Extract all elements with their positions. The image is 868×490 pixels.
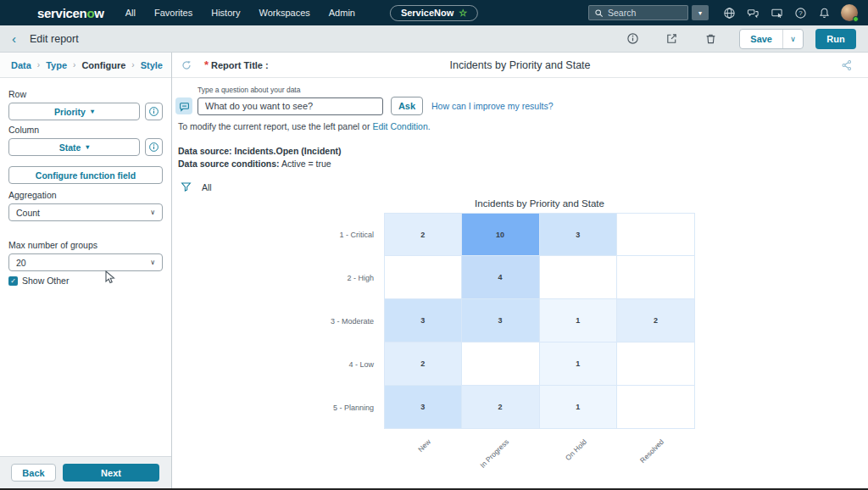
servicenow-logo[interactable]: servicenow bbox=[37, 6, 104, 20]
nav-item-admin[interactable]: Admin bbox=[329, 8, 355, 18]
max-groups-select[interactable]: 20∨ bbox=[8, 253, 163, 271]
search-input[interactable] bbox=[608, 8, 676, 18]
nav-item-all[interactable]: All bbox=[125, 8, 136, 18]
heatmap-cell[interactable] bbox=[617, 256, 695, 299]
heatmap-cell[interactable]: 10 bbox=[462, 213, 540, 256]
heatmap-cell[interactable]: 2 bbox=[384, 342, 462, 386]
nav-item-favorites[interactable]: Favorites bbox=[154, 8, 192, 18]
heatmap-cell[interactable] bbox=[617, 386, 695, 429]
aggregation-label: Aggregation bbox=[8, 190, 163, 200]
back-chevron-icon[interactable]: ‹ bbox=[12, 31, 16, 46]
nav-item-workspaces[interactable]: Workspaces bbox=[259, 8, 309, 18]
save-button[interactable]: Save bbox=[740, 30, 782, 48]
report-title-bar: * Report Title : Incidents by Priority a… bbox=[172, 53, 868, 78]
row-field-dropdown[interactable]: Priority▾ bbox=[8, 103, 140, 120]
screen-share-icon[interactable] bbox=[766, 3, 787, 23]
tab-style[interactable]: Style bbox=[141, 60, 163, 70]
chevron-down-icon: ∨ bbox=[790, 35, 796, 43]
breadcrumb: Data › Type › Configure › Style bbox=[0, 53, 171, 78]
chart-title: Incidents by Priority and State bbox=[384, 198, 695, 209]
heatmap-col-label: New bbox=[416, 437, 432, 454]
heatmap-chart: Incidents by Priority and State 1 - Crit… bbox=[287, 198, 695, 465]
show-other-checkbox[interactable]: ✓ bbox=[8, 276, 18, 286]
chevron-down-icon: ∨ bbox=[150, 259, 155, 266]
instance-pill[interactable]: ServiceNow ☆ bbox=[390, 5, 478, 21]
back-button[interactable]: Back bbox=[11, 464, 56, 482]
export-icon[interactable] bbox=[661, 29, 682, 49]
check-icon: ✓ bbox=[10, 277, 16, 285]
heatmap-col-label: In Progress bbox=[478, 437, 510, 470]
sidebar-footer: Back Next bbox=[0, 456, 171, 488]
column-field-value: State bbox=[59, 142, 81, 153]
next-button[interactable]: Next bbox=[63, 464, 159, 482]
filter-funnel-icon[interactable] bbox=[181, 181, 192, 192]
improve-results-link[interactable]: How can I improve my results? bbox=[431, 101, 554, 111]
page-title: Edit report bbox=[30, 33, 79, 45]
heatmap-cell[interactable] bbox=[540, 256, 618, 299]
info-icon[interactable] bbox=[622, 29, 643, 49]
nav-item-history[interactable]: History bbox=[211, 8, 240, 18]
aggregation-select[interactable]: Count∨ bbox=[8, 203, 163, 221]
aggregation-value: Count bbox=[16, 208, 40, 218]
report-title-value[interactable]: Incidents by Priority and State bbox=[449, 59, 590, 71]
refresh-icon[interactable] bbox=[181, 59, 192, 71]
caret-down-icon: ▾ bbox=[86, 143, 89, 151]
heatmap-cell[interactable]: 1 bbox=[540, 342, 618, 386]
top-nav: servicenow All Favorites History Workspa… bbox=[0, 0, 868, 25]
heatmap-cell[interactable] bbox=[384, 256, 462, 299]
heatmap-cell[interactable] bbox=[617, 213, 695, 256]
share-icon[interactable] bbox=[841, 59, 853, 71]
heatmap-cell[interactable]: 3 bbox=[384, 386, 462, 429]
column-field-dropdown[interactable]: State▾ bbox=[8, 138, 140, 156]
max-groups-value: 20 bbox=[16, 258, 26, 268]
row-label: Row bbox=[8, 89, 163, 99]
run-button[interactable]: Run bbox=[815, 29, 856, 49]
tab-type[interactable]: Type bbox=[46, 60, 67, 70]
avatar[interactable] bbox=[841, 4, 858, 21]
heatmap-cell[interactable]: 1 bbox=[540, 386, 618, 429]
row-info-button[interactable] bbox=[145, 103, 163, 120]
heatmap-row-label: 5 - Planning bbox=[287, 386, 384, 429]
heatmap-cell[interactable] bbox=[462, 342, 540, 386]
configure-function-field-button[interactable]: Configure function field bbox=[8, 166, 163, 184]
save-split-button: Save ∨ bbox=[739, 29, 804, 49]
chat-icon[interactable] bbox=[743, 3, 763, 23]
modify-hint: To modify the current report, use the le… bbox=[178, 121, 868, 131]
heatmap-cell[interactable]: 2 bbox=[462, 386, 540, 429]
search-icon bbox=[594, 8, 604, 18]
heatmap-cell[interactable]: 4 bbox=[462, 256, 540, 299]
datasource-label: Data source: bbox=[178, 146, 232, 156]
heatmap-cell[interactable]: 1 bbox=[540, 299, 618, 342]
bell-icon[interactable] bbox=[814, 3, 834, 23]
required-asterisk: * bbox=[204, 58, 209, 71]
caret-down-icon: ▾ bbox=[91, 108, 94, 115]
heatmap-cell[interactable]: 2 bbox=[617, 299, 695, 342]
heatmap-cell[interactable]: 3 bbox=[384, 299, 462, 342]
trash-icon[interactable] bbox=[700, 29, 721, 49]
conditions-value: Active = true bbox=[281, 159, 331, 169]
column-info-button[interactable] bbox=[145, 138, 163, 156]
global-search[interactable] bbox=[588, 5, 688, 20]
edit-report-toolbar: ‹ Edit report Save ∨ Run bbox=[0, 25, 868, 53]
heatmap-cell[interactable]: 3 bbox=[540, 213, 618, 256]
globe-icon[interactable] bbox=[719, 3, 739, 23]
save-menu-button[interactable]: ∨ bbox=[782, 30, 803, 48]
edit-condition-link[interactable]: Edit Condition. bbox=[372, 121, 430, 131]
heatmap-row-label: 2 - High bbox=[287, 256, 384, 299]
heatmap-col-label: On Hold bbox=[563, 437, 587, 462]
ask-button[interactable]: Ask bbox=[391, 97, 423, 115]
heatmap-cell[interactable]: 3 bbox=[462, 299, 540, 342]
row-field-value: Priority bbox=[54, 107, 86, 117]
heatmap-cell[interactable]: 2 bbox=[384, 213, 462, 256]
instance-pill-label: ServiceNow bbox=[401, 8, 453, 18]
heatmap-cell[interactable] bbox=[617, 342, 695, 386]
heatmap-row-label: 1 - Critical bbox=[287, 213, 384, 256]
tab-data[interactable]: Data bbox=[11, 60, 31, 70]
search-scope-button[interactable]: ▾ bbox=[692, 5, 709, 20]
tab-configure[interactable]: Configure bbox=[81, 60, 125, 70]
question-input[interactable] bbox=[198, 97, 383, 115]
help-icon[interactable]: ? bbox=[790, 3, 810, 23]
filter-all-label[interactable]: All bbox=[202, 182, 212, 192]
star-icon[interactable]: ☆ bbox=[459, 8, 467, 19]
chevron-down-icon: ▾ bbox=[698, 9, 702, 17]
